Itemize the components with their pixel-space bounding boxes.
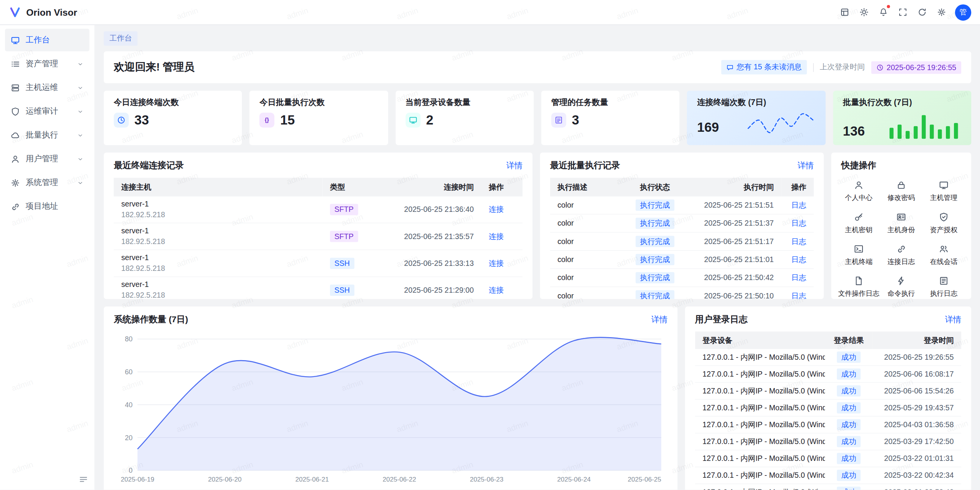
log-quick-action[interactable]: 执行日志: [923, 276, 965, 298]
exec-status-badge: 执行完成: [635, 290, 674, 299]
login-time: 2025-04-03 01:36:58: [872, 416, 961, 433]
shield-quick-action[interactable]: 资产授权: [923, 212, 965, 234]
stat-label: 批量执行次数 (7日): [843, 97, 961, 108]
batch-records-detail-link[interactable]: 详情: [797, 160, 813, 171]
file-quick-action[interactable]: 文件操作日志: [838, 276, 880, 298]
workbench-menu-item[interactable]: 工作台: [5, 29, 89, 51]
login-result-badge: 成功: [837, 436, 861, 447]
login-device: 127.0.0.1 - 内网IP - Mozilla/5.0 (Windows …: [695, 450, 825, 467]
quick-action-label: 资产授权: [923, 225, 965, 234]
bottom-row: 系统操作数量 (7日) 详情 0204060802025-06-192025-0…: [104, 306, 971, 490]
exec-description: color: [550, 214, 622, 232]
terminal-records-detail-link[interactable]: 详情: [506, 160, 522, 171]
system-ops-detail-link[interactable]: 详情: [651, 314, 667, 325]
connect-time: 2025-06-25 21:36:40: [376, 197, 481, 223]
table-row: server-1 182.92.5.218 SFTP 2025-06-25 21…: [114, 197, 523, 223]
svg-text:2025-06-24: 2025-06-24: [557, 475, 591, 483]
login-device: 127.0.0.1 - 内网IP - Mozilla/5.0 (Windows …: [695, 399, 825, 416]
breadcrumb: 工作台: [104, 31, 971, 46]
last-login-label: 上次登录时间: [820, 62, 865, 73]
unread-messages-tag[interactable]: 您有 15 条未读消息: [721, 60, 807, 75]
refresh-icon-button[interactable]: [914, 4, 931, 21]
login-result-badge: 成功: [837, 487, 861, 490]
column-header: 执行时间: [688, 178, 781, 197]
skin-icon-button[interactable]: [836, 4, 853, 21]
user-quick-action[interactable]: 个人中心: [838, 180, 880, 203]
stat-label: 今日连接终端次数: [114, 97, 232, 108]
fullscreen-icon-button[interactable]: [894, 4, 911, 21]
stat-value: 3: [572, 113, 579, 128]
terminal-icon: [854, 244, 864, 254]
log-link[interactable]: 日志: [791, 219, 806, 228]
refresh-icon: [918, 8, 927, 17]
batch-records-table: 执行描述执行状态执行时间操作 color 执行完成 2025-06-25 21:…: [550, 178, 814, 299]
log-link[interactable]: 日志: [791, 255, 806, 264]
quick-actions-grid: 个人中心 修改密码 主机管理 主机密钥 主机身份 资产授权 主机终端 连接日志 …: [831, 178, 971, 299]
sidebar-menu: 工作台 资产管理 主机运维 运维审计 批量执行 用户管理 系统管理 项目地址: [5, 29, 89, 218]
breadcrumb-item-workbench[interactable]: 工作台: [104, 31, 137, 46]
table-row: server-1 182.92.5.218 SSH 2025-06-25 21:…: [114, 277, 523, 299]
table-row: color 执行完成 2025-06-25 21:50:10 日志: [550, 287, 814, 299]
link-menu-item[interactable]: 项目地址: [5, 195, 89, 218]
exec-time: 2025-06-25 21:51:51: [688, 197, 781, 215]
stat-label: 当前登录设备数量: [405, 97, 524, 108]
user-menu-item[interactable]: 用户管理: [5, 147, 89, 170]
asset-menu-item[interactable]: 资产管理: [5, 52, 89, 75]
bell-icon-button[interactable]: [875, 4, 892, 21]
stat-label: 连接终端次数 (7日): [697, 97, 815, 108]
column-header: 执行状态: [622, 178, 688, 197]
terminal-quick-action[interactable]: 主机终端: [838, 244, 880, 267]
last-login-time-tag: 2025-06-25 19:26:55: [871, 61, 961, 74]
exec-description: color: [550, 269, 622, 287]
column-header: 登录时间: [872, 331, 961, 349]
login-log-detail-link[interactable]: 详情: [945, 314, 961, 325]
link-quick-action[interactable]: 连接日志: [880, 244, 923, 267]
connect-link[interactable]: 连接: [489, 232, 504, 241]
login-time: 2025-05-29 19:43:57: [872, 399, 961, 416]
id-quick-action[interactable]: 主机身份: [880, 212, 923, 234]
batch-menu-item[interactable]: 批量执行: [5, 124, 89, 146]
divider: [813, 63, 813, 72]
system-menu-item[interactable]: 系统管理: [5, 171, 89, 194]
log-link[interactable]: 日志: [791, 237, 806, 246]
log-link[interactable]: 日志: [791, 273, 806, 282]
log-link[interactable]: 日志: [791, 200, 806, 209]
host-menu-item[interactable]: 主机运维: [5, 76, 89, 99]
notification-dot: [887, 5, 890, 8]
monitor-quick-action[interactable]: 主机管理: [923, 180, 965, 203]
card-title: 系统操作数量 (7日): [114, 314, 188, 325]
login-time: 2025-03-29 17:42:50: [872, 433, 961, 450]
svg-text:2025-06-22: 2025-06-22: [382, 475, 416, 483]
connect-link[interactable]: 连接: [489, 259, 504, 267]
sun-icon-button[interactable]: [856, 4, 872, 21]
bolt-quick-action[interactable]: 命令执行: [880, 276, 923, 298]
session-quick-action[interactable]: 在线会话: [923, 244, 965, 267]
gear-icon: [937, 8, 946, 17]
login-log-table: 登录设备登录结果登录时间 127.0.0.1 - 内网IP - Mozilla/…: [695, 331, 962, 490]
user-icon: [11, 154, 20, 163]
user-avatar[interactable]: 管: [955, 4, 971, 20]
gear-icon-button[interactable]: [933, 4, 950, 21]
batch-icon: [11, 130, 20, 139]
connect-link[interactable]: 连接: [489, 205, 504, 214]
quick-actions-card: 快捷操作 个人中心 修改密码 主机管理 主机密钥 主机身份 资产授权 主机终端 …: [831, 152, 971, 299]
quick-action-label: 主机密钥: [838, 225, 880, 234]
system-icon: [11, 178, 20, 187]
chevron-down-icon: [77, 132, 84, 139]
connect-time: 2025-06-25 21:35:57: [376, 223, 481, 250]
message-icon: [726, 64, 733, 71]
log-link[interactable]: 日志: [791, 291, 806, 299]
login-result-badge: 成功: [837, 419, 861, 430]
audit-menu-item[interactable]: 运维审计: [5, 100, 89, 123]
stat-card: 今日连接终端次数 33: [104, 91, 242, 145]
last-login-time-text: 2025-06-25 19:26:55: [887, 63, 956, 72]
terminal-records-card: 最近终端连接记录 详情 连接主机类型连接时间操作 server-1 182.92…: [104, 152, 532, 299]
key-quick-action[interactable]: 主机密钥: [838, 212, 880, 234]
connect-link[interactable]: 连接: [489, 285, 504, 294]
table-row: 127.0.0.1 - 内网IP - Mozilla/5.0 (Windows …: [695, 399, 962, 416]
welcome-title: 欢迎回来! 管理员: [114, 60, 194, 75]
quick-action-label: 主机管理: [923, 193, 965, 202]
lock-quick-action[interactable]: 修改密码: [880, 180, 923, 203]
menu-item-label: 主机运维: [26, 82, 71, 93]
sidebar-collapse-button[interactable]: [79, 475, 88, 484]
